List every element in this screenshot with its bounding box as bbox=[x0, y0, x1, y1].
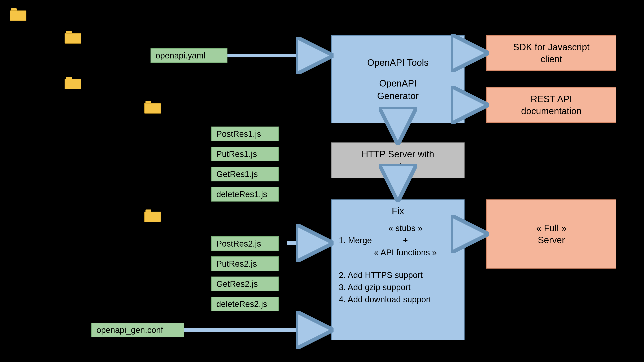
fix-item-4: 4. Add download support bbox=[339, 293, 457, 306]
openapi-tools-line3: Generator bbox=[377, 90, 419, 102]
file-putres1: PutRes1.js bbox=[211, 147, 279, 161]
file-openapi-conf: openapi_gen.conf bbox=[92, 323, 184, 337]
fix-title: Fix bbox=[339, 206, 457, 216]
folder-icon bbox=[144, 210, 161, 222]
folder-icon bbox=[64, 31, 81, 43]
file-getres2: GetRes2.js bbox=[211, 277, 279, 291]
block-fix: Fix 1. Merge « stubs » + « API functions… bbox=[331, 199, 464, 340]
file-openapi-yaml: openapi.yaml bbox=[150, 48, 228, 63]
block-http-server: HTTP Server with « stubs » bbox=[331, 142, 464, 178]
sdk-line2: client bbox=[541, 53, 562, 65]
file-deleteres1: deleteRes1.js bbox=[211, 187, 279, 202]
doc-line2: documentation bbox=[521, 105, 582, 117]
fix-merge-sub1: « stubs » bbox=[374, 222, 437, 234]
fix-item-2: 2. Add HTTPS support bbox=[339, 269, 457, 281]
block-sdk: SDK for Javascript client bbox=[486, 35, 616, 71]
block-openapi-tools: OpenAPI Tools OpenAPI Generator bbox=[331, 35, 464, 123]
file-postres1: PostRes1.js bbox=[211, 126, 279, 141]
folder-icon bbox=[64, 77, 81, 89]
fix-merge-sub2: « API functions » bbox=[374, 246, 437, 259]
file-putres2: PutRes2.js bbox=[211, 256, 279, 271]
fix-merge-plus: + bbox=[374, 234, 437, 246]
openapi-tools-line1: OpenAPI Tools bbox=[367, 56, 429, 69]
file-deleteres2: deleteRes2.js bbox=[211, 297, 279, 311]
full-line2: Server bbox=[538, 234, 565, 246]
full-line1: « Full » bbox=[536, 222, 566, 234]
file-getres1: GetRes1.js bbox=[211, 167, 279, 181]
http-server-line1: HTTP Server with bbox=[362, 148, 434, 160]
fix-merge-label: 1. Merge bbox=[339, 234, 372, 246]
doc-line1: REST API bbox=[530, 93, 572, 105]
http-server-line2: « stubs » bbox=[379, 160, 417, 173]
block-doc: REST API documentation bbox=[486, 87, 616, 123]
sdk-line1: SDK for Javascript bbox=[513, 41, 590, 53]
folder-icon bbox=[10, 8, 26, 21]
block-full-server: « Full » Server bbox=[486, 199, 616, 269]
fix-item-3: 3. Add gzip support bbox=[339, 281, 457, 293]
diagram-stage: openapi.yaml PostRes1.js PutRes1.js GetR… bbox=[0, 0, 644, 362]
file-postres2: PostRes2.js bbox=[211, 236, 279, 251]
folder-icon bbox=[144, 101, 161, 113]
openapi-tools-line2: OpenAPI bbox=[379, 77, 417, 89]
